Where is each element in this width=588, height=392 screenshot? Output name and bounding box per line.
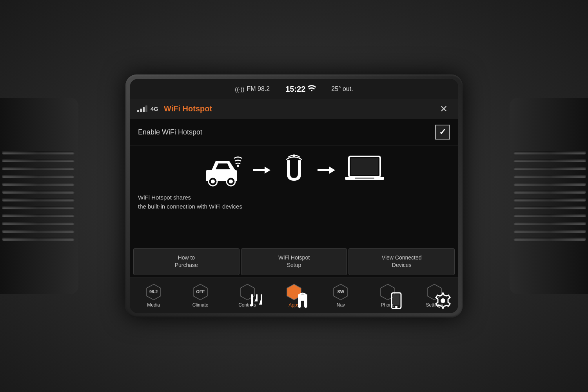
nav-item-media[interactable]: 98.2 Media (130, 278, 177, 313)
nav-hexagon-climate: OFF (192, 283, 209, 301)
nav-item-nav[interactable]: SW Nav (318, 278, 364, 313)
arrow-icon-1 (253, 164, 270, 176)
enable-hotspot-label: Enable WiFi Hotspot (138, 128, 202, 136)
content-area: Enable WiFi Hotspot ✓ (130, 119, 458, 278)
status-bar: ((·)) FM 98.2 15:22 25° out. (130, 79, 458, 99)
nav-hexagon-media: 98.2 (145, 283, 162, 301)
view-connected-devices-button[interactable]: View Connected Devices (348, 248, 455, 275)
arrow-icon-2 (318, 164, 335, 176)
svg-rect-10 (355, 178, 374, 179)
nav-item-settings[interactable]: Settings (411, 278, 458, 313)
wifi-hotspot-setup-button[interactable]: WiFi Hotspot Setup (241, 248, 347, 275)
wifi-icon (308, 85, 316, 93)
page-title: WiFi Hotspot (164, 104, 437, 113)
uconnect-icon (278, 152, 310, 188)
svg-point-2 (211, 180, 215, 183)
nav-label-nav: Nav (337, 302, 345, 308)
svg-point-5 (237, 165, 239, 167)
close-button[interactable]: ✕ (437, 102, 451, 116)
radio-label: FM 98.2 (247, 85, 270, 93)
network-type-label: 4G (151, 105, 158, 112)
time-display: 15:22 (285, 85, 316, 94)
nav-hexagon-nav: SW (332, 283, 349, 301)
vent-left (0, 98, 78, 294)
screen-bezel: ((·)) FM 98.2 15:22 25° out. (125, 74, 463, 318)
nav-hexagon-apps (285, 283, 303, 301)
enable-hotspot-row: Enable WiFi Hotspot ✓ (130, 119, 458, 145)
car-icon (202, 152, 245, 188)
svg-rect-8 (351, 158, 378, 175)
nav-item-climate[interactable]: OFF Climate (177, 278, 223, 313)
nav-label-climate: Climate (192, 302, 209, 308)
svg-point-22 (441, 298, 445, 303)
svg-point-6 (293, 154, 295, 157)
temperature-status: 25° out. (331, 85, 353, 93)
svg-point-20 (395, 306, 397, 308)
infotainment-screen: ((·)) FM 98.2 15:22 25° out. (130, 79, 458, 313)
nav-label-media: Media (147, 302, 160, 308)
signal-strength-icon (137, 105, 147, 112)
description-text: WiFi Hotspot shares the built-in connect… (138, 193, 450, 211)
hotspot-diagram (138, 152, 450, 188)
how-to-purchase-button[interactable]: How to Purchase (133, 248, 240, 275)
nav-hexagon-controls (239, 283, 256, 301)
laptop-icon (343, 152, 386, 188)
car-interior: ((·)) FM 98.2 15:22 25° out. (0, 0, 588, 392)
nav-hexagon-settings (426, 283, 443, 301)
diagram-area: WiFi Hotspot shares the built-in connect… (130, 145, 458, 246)
nav-item-phone[interactable]: Phone (364, 278, 411, 313)
nav-item-apps[interactable]: Apps (270, 278, 317, 313)
bottom-nav: 98.2 Media OFF Climate (130, 278, 458, 313)
svg-point-15 (301, 294, 304, 298)
action-buttons-row: How to Purchase WiFi Hotspot Setup View … (130, 246, 458, 278)
svg-rect-19 (393, 294, 399, 305)
checkbox-check-icon: ✓ (439, 127, 446, 137)
header-bar: 4G WiFi Hotspot ✕ (130, 99, 458, 119)
nav-item-controls[interactable]: Controls (224, 278, 270, 313)
radio-icon: ((·)) (235, 86, 244, 93)
svg-point-4 (229, 180, 233, 183)
vent-right (510, 98, 588, 294)
enable-hotspot-checkbox[interactable]: ✓ (435, 125, 450, 140)
nav-hexagon-phone (379, 283, 396, 301)
radio-status: ((·)) FM 98.2 (235, 85, 270, 93)
